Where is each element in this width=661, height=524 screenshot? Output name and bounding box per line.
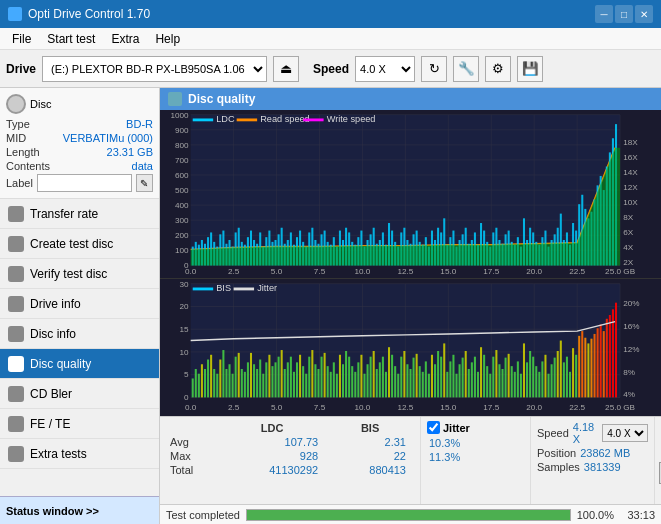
disc-label-button[interactable]: ✎ [136, 174, 153, 192]
svg-rect-257 [317, 369, 319, 397]
sidebar-item-cd-bler[interactable]: CD Bler [0, 379, 159, 409]
svg-rect-256 [314, 364, 316, 397]
svg-rect-274 [370, 356, 372, 397]
svg-rect-239 [262, 373, 264, 397]
disc-contents-row: Contents data [6, 160, 153, 172]
titlebar-controls: ─ □ ✕ [595, 5, 653, 23]
svg-rect-328 [535, 366, 537, 397]
svg-rect-289 [416, 353, 418, 397]
svg-rect-222 [210, 354, 212, 397]
svg-rect-339 [569, 371, 571, 397]
svg-rect-327 [532, 356, 534, 397]
create-test-disc-icon [8, 236, 24, 252]
svg-text:BIS: BIS [216, 283, 231, 293]
svg-rect-271 [360, 354, 362, 397]
disc-length-value: 23.31 GB [107, 146, 153, 158]
svg-rect-245 [281, 350, 283, 397]
svg-text:15.0: 15.0 [440, 267, 457, 276]
disc-length-label: Length [6, 146, 40, 158]
disc-contents-value: data [132, 160, 153, 172]
disc-type-label: Type [6, 118, 30, 130]
sidebar-item-label-drive-info: Drive info [30, 297, 81, 311]
disc-label-input[interactable] [37, 174, 132, 192]
speed-dropdown[interactable]: 4.0 X [602, 424, 648, 442]
svg-text:0.0: 0.0 [185, 267, 197, 276]
save-button[interactable]: 💾 [517, 56, 543, 82]
eject-button[interactable]: ⏏ [273, 56, 299, 82]
speed-text-value: 4.18 X [573, 421, 598, 445]
sidebar-item-disc-quality[interactable]: Disc quality [0, 349, 159, 379]
svg-text:20%: 20% [623, 299, 639, 308]
sidebar-item-drive-info[interactable]: Drive info [0, 289, 159, 319]
svg-text:2X: 2X [623, 259, 634, 268]
svg-rect-242 [271, 366, 273, 397]
svg-text:15.0: 15.0 [440, 403, 457, 412]
svg-rect-308 [474, 356, 476, 397]
stats-avg-label: Avg [166, 435, 218, 449]
svg-text:Read speed: Read speed [260, 115, 310, 125]
svg-rect-329 [538, 371, 540, 397]
svg-rect-324 [523, 343, 525, 397]
sidebar-item-label-create-test-disc: Create test disc [30, 237, 113, 251]
settings-btn2[interactable]: ⚙ [485, 56, 511, 82]
sidebar-item-extra-tests[interactable]: Extra tests [0, 439, 159, 469]
svg-rect-221 [207, 359, 209, 397]
maximize-button[interactable]: □ [615, 5, 633, 23]
svg-rect-227 [225, 369, 227, 397]
col-header-bis: BIS [326, 421, 414, 435]
position-label: Position [537, 447, 576, 459]
svg-rect-280 [388, 347, 390, 397]
stats-footer: LDC BIS Avg 107.73 2.31 Max 928 22 [160, 416, 661, 504]
sidebar-item-create-test-disc[interactable]: Create test disc [0, 229, 159, 259]
svg-rect-337 [563, 362, 565, 397]
sidebar-item-label-transfer-rate: Transfer rate [30, 207, 98, 221]
svg-text:4X: 4X [623, 244, 634, 253]
jitter-checkbox[interactable] [427, 421, 440, 434]
svg-rect-217 [195, 369, 197, 397]
sidebar-item-label-disc-quality: Disc quality [30, 357, 91, 371]
drive-select[interactable]: (E:) PLEXTOR BD-R PX-LB950SA 1.06 [42, 56, 267, 82]
disc-icon [6, 94, 26, 114]
sidebar-item-disc-info[interactable]: Disc info [0, 319, 159, 349]
menu-help[interactable]: Help [147, 30, 188, 48]
close-button[interactable]: ✕ [635, 5, 653, 23]
sidebar-item-transfer-rate[interactable]: Transfer rate [0, 199, 159, 229]
menu-start-test[interactable]: Start test [39, 30, 103, 48]
svg-rect-300 [449, 361, 451, 397]
menu-file[interactable]: File [4, 30, 39, 48]
svg-text:10: 10 [180, 348, 190, 357]
menu-extra[interactable]: Extra [103, 30, 147, 48]
action-buttons: Start full Start part [654, 417, 661, 504]
svg-rect-314 [492, 356, 494, 397]
svg-rect-263 [336, 373, 338, 397]
svg-text:25.0 GB: 25.0 GB [605, 403, 635, 412]
svg-rect-266 [345, 351, 347, 397]
svg-rect-311 [483, 354, 485, 397]
svg-text:30: 30 [180, 280, 190, 289]
stats-total-label: Total [166, 463, 218, 477]
stats-total-bis: 880413 [326, 463, 414, 477]
svg-rect-282 [394, 366, 396, 397]
refresh-button[interactable]: ↻ [421, 56, 447, 82]
svg-rect-218 [198, 373, 200, 397]
sidebar-item-fe-te[interactable]: FE / TE [0, 409, 159, 439]
speed-select[interactable]: 4.0 X [355, 56, 415, 82]
svg-text:7.5: 7.5 [314, 267, 326, 276]
status-window-label: Status window >> [6, 505, 99, 517]
svg-rect-351 [606, 318, 608, 397]
minimize-button[interactable]: ─ [595, 5, 613, 23]
stats-row-avg: Avg 107.73 2.31 [166, 435, 414, 449]
svg-text:0: 0 [184, 393, 189, 402]
svg-text:300: 300 [175, 216, 189, 225]
svg-rect-309 [477, 371, 479, 397]
svg-rect-301 [452, 354, 454, 397]
svg-rect-268 [351, 366, 353, 397]
status-window-button[interactable]: Status window >> [0, 496, 159, 524]
svg-rect-319 [508, 353, 510, 397]
sidebar-item-verify-test-disc[interactable]: Verify test disc [0, 259, 159, 289]
svg-rect-318 [505, 357, 507, 397]
settings-btn1[interactable]: 🔧 [453, 56, 479, 82]
svg-rect-195 [237, 118, 257, 121]
svg-rect-286 [406, 364, 408, 397]
stats-max-ldc: 928 [218, 449, 326, 463]
